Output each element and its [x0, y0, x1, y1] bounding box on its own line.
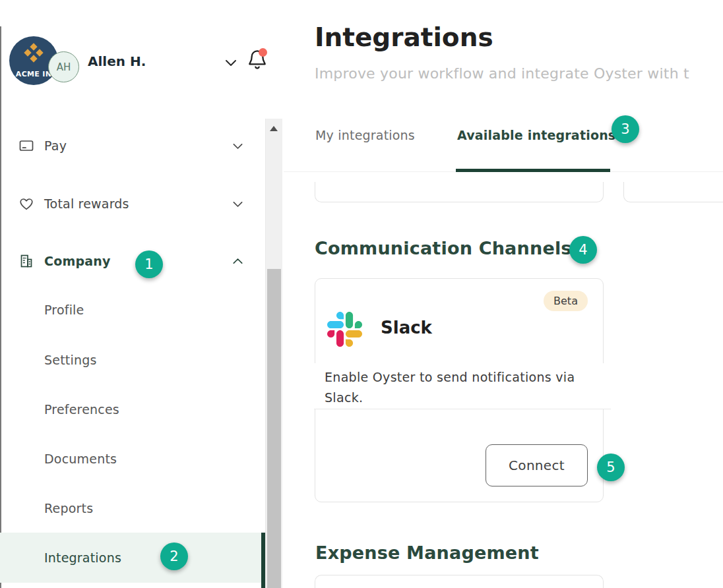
heart-icon [18, 196, 34, 212]
partial-card [623, 182, 723, 202]
sidebar-item-label: Total rewards [44, 196, 129, 211]
tab-my-integrations[interactable]: My integrations [315, 128, 415, 142]
sidebar: ACME IN AH Allen H. Pay [0, 0, 284, 588]
partial-card [315, 182, 604, 202]
app-screen: ACME IN AH Allen H. Pay [0, 0, 723, 588]
tab-available-integrations[interactable]: Available integrations [457, 128, 615, 142]
sidebar-item-documents[interactable]: Documents [0, 442, 265, 475]
annotation-badge-1: 1 [135, 250, 163, 278]
sidebar-item-label: Pay [44, 138, 67, 153]
sidebar-item-profile[interactable]: Profile [0, 293, 265, 326]
scrollbar-thumb[interactable] [267, 269, 281, 588]
sidebar-item-label: Company [44, 254, 111, 268]
partial-card [315, 575, 604, 588]
annotation-badge-3: 3 [612, 115, 639, 143]
slack-integration-card: Beta Slack Enable Oyster to send notific… [315, 278, 604, 502]
main-content: Integrations Improve your workflow and i… [284, 0, 723, 588]
sidebar-item-total-rewards[interactable]: Total rewards [0, 187, 265, 220]
avatar[interactable]: AH [48, 51, 79, 82]
chevron-down-icon[interactable] [223, 55, 239, 71]
annotation-badge-4: 4 [569, 236, 597, 264]
annotation-badge-2: 2 [160, 543, 188, 570]
integration-name: Slack [381, 318, 432, 338]
user-name: Allen H. [88, 53, 146, 69]
chevron-down-icon [231, 139, 245, 153]
sidebar-item-label: Integrations [44, 550, 121, 565]
status-badge: Beta [544, 291, 588, 311]
sidebar-item-settings[interactable]: Settings [0, 343, 265, 376]
card-icon [18, 138, 34, 154]
annotation-badge-5: 5 [597, 454, 625, 481]
section-heading-communication-channels: Communication Channels [315, 238, 572, 258]
sidebar-item-label: Settings [44, 353, 97, 367]
slack-logo-icon [327, 312, 362, 347]
sidebar-item-reports[interactable]: Reports [0, 492, 265, 525]
sidebar-item-company[interactable]: Company [0, 245, 265, 278]
sidebar-item-pay[interactable]: Pay [0, 129, 265, 162]
avatar-initials: AH [57, 61, 71, 73]
page-subtitle: Improve your workflow and integrate Oyst… [315, 65, 689, 82]
sidebar-item-preferences[interactable]: Preferences [0, 393, 265, 426]
chevron-up-icon [231, 254, 245, 268]
sidebar-item-label: Profile [44, 303, 84, 317]
section-heading-expense-management: Expense Management [315, 543, 539, 563]
diamond-logo-icon [25, 44, 42, 61]
connect-button[interactable]: Connect [486, 444, 588, 486]
sidebar-item-label: Documents [44, 452, 117, 466]
integration-description: Enable Oyster to send notifications via … [314, 363, 611, 409]
sidebar-item-label: Reports [44, 501, 93, 515]
notification-dot [259, 48, 267, 57]
sidebar-item-integrations[interactable]: Integrations [0, 533, 265, 583]
chevron-down-icon [231, 197, 245, 211]
page-title: Integrations [315, 22, 493, 52]
sidebar-item-label: Preferences [44, 402, 119, 417]
building-icon [18, 253, 34, 269]
active-tab-underline [456, 169, 610, 172]
scroll-up-arrow[interactable] [265, 121, 282, 136]
